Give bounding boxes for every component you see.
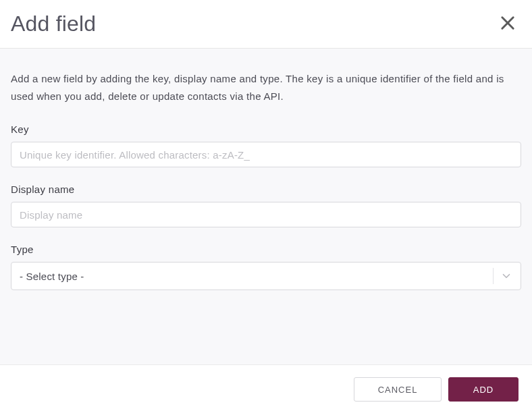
form-group-key: Key: [11, 123, 521, 167]
type-select[interactable]: - Select type -: [11, 262, 521, 290]
type-select-value: - Select type -: [20, 271, 84, 282]
chevron-down-icon: [493, 268, 512, 284]
modal-footer: CANCEL ADD: [0, 364, 532, 413]
close-button[interactable]: [496, 11, 520, 37]
key-input[interactable]: [11, 142, 521, 167]
close-icon: [498, 13, 517, 34]
description-text: Add a new field by adding the key, displ…: [11, 70, 521, 105]
type-label: Type: [11, 244, 521, 255]
cancel-button[interactable]: CANCEL: [354, 377, 442, 402]
modal-header: Add field: [0, 0, 532, 49]
display-name-input[interactable]: [11, 202, 521, 227]
modal-title: Add field: [11, 11, 96, 36]
key-label: Key: [11, 123, 521, 135]
add-button[interactable]: ADD: [448, 377, 518, 402]
form-group-type: Type - Select type -: [11, 244, 521, 290]
form-group-display-name: Display name: [11, 184, 521, 227]
modal-body: Add a new field by adding the key, displ…: [0, 49, 532, 364]
display-name-label: Display name: [11, 184, 521, 195]
